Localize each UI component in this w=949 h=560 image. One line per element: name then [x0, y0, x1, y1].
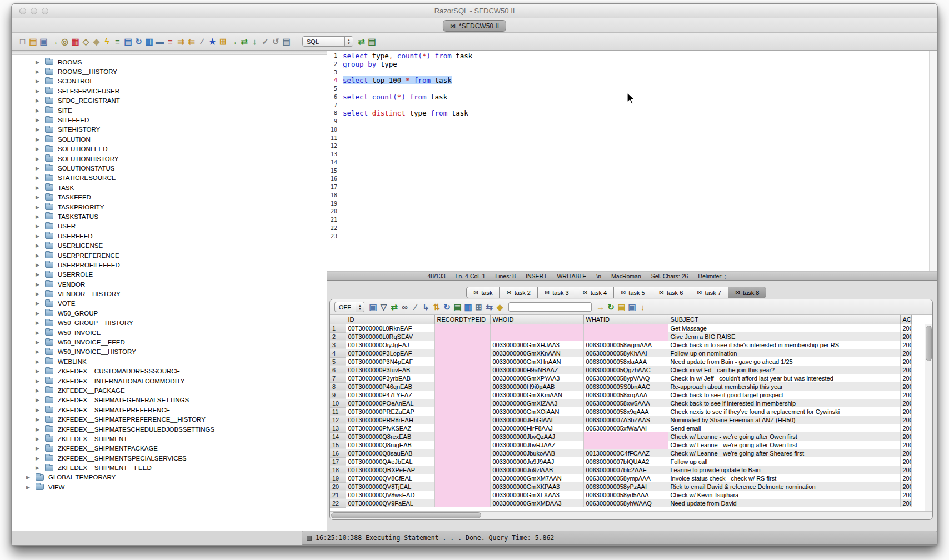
sync-arrows-icon[interactable]: ⇄ [239, 36, 249, 47]
table-cell[interactable] [434, 349, 490, 357]
tree-item-zkfedex__shipmentspecialservices[interactable]: ▶ZKFEDEX__SHIPMENTSPECIALSERVICES [12, 453, 327, 463]
table-cell[interactable] [434, 499, 490, 507]
attach-db-icon[interactable]: ◎ [59, 36, 70, 47]
new-db-object-icon[interactable]: ◇ [81, 36, 91, 47]
table-cell[interactable]: 0033000000Ju9J9AAJ [490, 457, 583, 466]
table-cell[interactable]: 00630000005S0bnAAC [583, 382, 668, 391]
open-file-icon[interactable]: ▤ [28, 36, 38, 47]
result-tab-task-6[interactable]: ⊠task 6 [652, 287, 690, 298]
table-cell[interactable]: 00630000007blc2AAE [583, 466, 668, 474]
table-cell[interactable]: 200 [900, 466, 911, 474]
table-cell[interactable] [583, 432, 668, 441]
table-cell[interactable] [434, 332, 490, 341]
tree-item-userfeed[interactable]: ▶USERFEED [12, 231, 327, 241]
new-file-icon[interactable]: □ [17, 36, 28, 47]
row-number-cell[interactable]: 6 [330, 366, 346, 374]
tree-item-zkfedex__shipmatepreference[interactable]: ▶ZKFEDEX__SHIPMATEPREFERENCE [12, 405, 327, 414]
disclosure-triangle-icon[interactable]: ▶ [36, 262, 45, 268]
export-rows-icon[interactable]: ⇉ [176, 36, 186, 47]
table-cell[interactable]: 200 [900, 457, 911, 466]
disclosure-triangle-icon[interactable]: ▶ [36, 378, 45, 384]
column-header-AC[interactable]: AC [900, 315, 911, 324]
table-cell[interactable]: 0033000000H9aNBAAZ [490, 366, 583, 374]
table-cell[interactable]: Re-approach about membership this year [668, 382, 900, 391]
disclosure-triangle-icon[interactable]: ▶ [36, 272, 45, 277]
table-cell[interactable]: 006300000058xrqAAA [583, 391, 668, 399]
stepper-arrows-icon[interactable]: ▲▼ [344, 37, 353, 46]
table-cell[interactable]: 0013000000C4fFCAAZ [583, 449, 668, 457]
table-cell[interactable]: 200 [900, 474, 911, 482]
sql-code-area[interactable]: select type, count(*) from taskgroup by … [339, 51, 929, 271]
sql-mode-select[interactable]: SQL ▲▼ [302, 36, 353, 47]
table-row[interactable]: 1800T3000000QBXPeEAP0033000000Ju9zlAAB00… [330, 466, 911, 474]
stepper-arrows-icon[interactable]: ▲▼ [356, 302, 364, 312]
table-cell[interactable]: 200 [900, 391, 911, 399]
table-cell[interactable]: 00T3000000Q8rugEAB [346, 441, 434, 449]
rollback-undo-icon[interactable]: ↺ [271, 36, 281, 47]
tab-close-icon[interactable]: ⊠ [450, 22, 456, 30]
row-number-cell[interactable]: 9 [330, 391, 346, 399]
disclosure-triangle-icon[interactable]: ▶ [36, 194, 45, 200]
table-cell[interactable]: 00T3000000P46qnEAB [346, 382, 434, 391]
disclosure-triangle-icon[interactable]: ▶ [36, 282, 45, 287]
result-tab-task-2[interactable]: ⊠task 2 [499, 287, 537, 298]
disclosure-triangle-icon[interactable]: ▶ [36, 446, 45, 451]
go-search-icon[interactable]: → [595, 302, 606, 312]
table-cell[interactable] [434, 432, 490, 441]
table-cell[interactable]: Check back in to see if she's interested… [668, 341, 900, 349]
table-cell[interactable]: 0033000000GmXHnAAN [490, 357, 583, 366]
filter-icon[interactable]: ▽ [378, 302, 389, 312]
grid-horizontal-scrollbar[interactable] [330, 511, 932, 519]
tree-item-zkfedex__customaddresssource[interactable]: ▶ZKFEDEX__CUSTOMADDRESSSOURCE [12, 367, 327, 376]
code-line[interactable]: select top 100 * from task [343, 77, 929, 85]
table-cell[interactable]: 200 [900, 499, 911, 507]
tree-item-w50_invoice[interactable]: ▶W50_INVOICE [12, 328, 327, 337]
table-cell[interactable]: 00T3000000PfvKSEAZ [346, 424, 434, 432]
limit-select[interactable]: OFF ▲▼ [334, 302, 364, 312]
tree-item-staticresource[interactable]: ▶STATICRESOURCE [12, 173, 327, 183]
table-cell[interactable]: 006300000058yKhAAI [583, 349, 668, 357]
disclosure-triangle-icon[interactable]: ▶ [36, 214, 45, 219]
tree-item-sitehistory[interactable]: ▶SITEHISTORY [12, 125, 327, 134]
save-icon[interactable]: ▣ [38, 36, 49, 47]
table-cell[interactable]: 200 [900, 357, 911, 366]
table-cell[interactable]: Need update from Bain - gave go ahead 1/… [668, 357, 900, 366]
table-cell[interactable]: Get Massage [668, 324, 900, 332]
form-view-icon[interactable]: ▤ [452, 302, 463, 312]
table-cell[interactable]: 006300000058xw5AAA [583, 399, 668, 407]
tree-item-w50_group__history[interactable]: ▶W50_GROUP__HISTORY [12, 318, 327, 328]
table-cell[interactable]: 200 [900, 332, 911, 341]
commit-check-icon[interactable]: ✓ [260, 36, 271, 47]
tree-item-userpreference[interactable]: ▶USERPREFERENCE [12, 251, 327, 260]
edit-rows-icon[interactable]: ∕ [197, 36, 207, 47]
tab-close-icon[interactable]: ⊠ [506, 289, 511, 296]
row-number-cell[interactable]: 12 [330, 416, 346, 424]
table-cell[interactable] [434, 424, 490, 432]
disclosure-triangle-icon[interactable]: ▶ [36, 175, 45, 181]
table-cell[interactable]: Check w/ Leanne - we're going after Owen… [668, 441, 900, 449]
table-cell[interactable]: Check back to see if interested in membe… [668, 399, 900, 407]
tree-item-scontrol[interactable]: ▶SCONTROL [12, 77, 327, 86]
table-cell[interactable]: 00T3000000Q8rexEAB [346, 432, 434, 441]
disclosure-triangle-icon[interactable]: ▶ [36, 436, 45, 442]
tree-item-solutionfeed[interactable]: ▶SOLUTIONFEED [12, 144, 327, 154]
tab-close-icon[interactable]: ⊠ [697, 289, 702, 296]
table-cell[interactable]: 00630000005QgzhAAC [583, 366, 668, 374]
table-row[interactable]: 400T3000000P3LopEAF0033000000GmXKnAAN006… [330, 349, 911, 357]
table-cell[interactable] [434, 457, 490, 466]
log-view-icon[interactable]: ▤ [367, 36, 377, 47]
table-cell[interactable] [434, 441, 490, 449]
table-cell[interactable]: 200 [900, 482, 911, 491]
table-cell[interactable]: 200 [900, 432, 911, 441]
tab-close-icon[interactable]: ⊠ [473, 289, 478, 296]
db-object-icon[interactable]: ◆ [91, 36, 102, 47]
table-cell[interactable] [434, 366, 490, 374]
disclosure-triangle-icon[interactable]: ▶ [26, 484, 36, 490]
column-header-rownum[interactable] [330, 315, 346, 324]
table-cell[interactable] [434, 482, 490, 491]
table-cell[interactable] [583, 324, 668, 332]
table-cell[interactable]: Give Jenn a BIG RAISE [668, 332, 900, 341]
table-cell[interactable]: 0033000000JbvQzAAJ [490, 432, 583, 441]
table-cell[interactable]: Need update from David [668, 499, 900, 507]
table-row[interactable]: 700T3000000P3yrbEAB0033000000GmXPYAA3006… [330, 374, 911, 382]
